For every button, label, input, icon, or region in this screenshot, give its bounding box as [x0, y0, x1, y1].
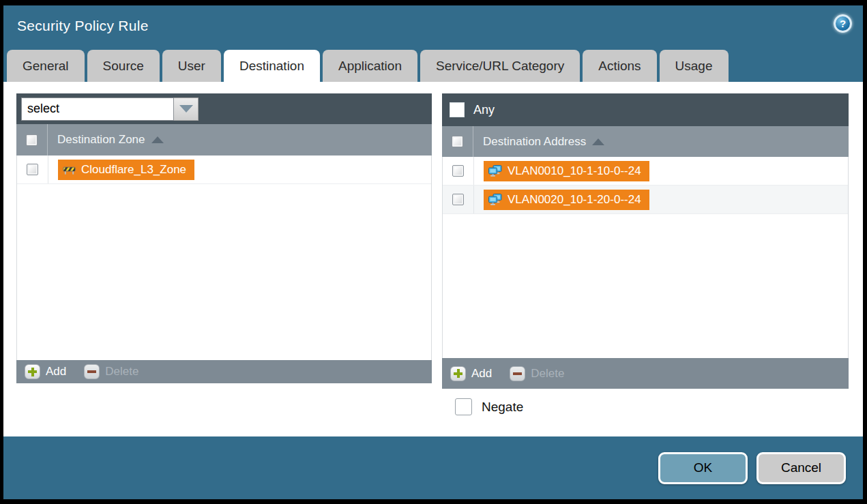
dialog-titlebar: Security Policy Rule ?	[3, 5, 863, 46]
chevron-down-icon	[179, 105, 193, 113]
tab-source[interactable]: Source	[87, 50, 160, 82]
zone-column-header: Destination Zone	[16, 124, 432, 155]
zone-filter-bar	[16, 93, 432, 124]
delete-icon	[510, 366, 525, 381]
destination-address-panel: Any Destination Address	[442, 93, 849, 389]
destination-zone-panel: Destination Zone	[16, 93, 432, 389]
cancel-button[interactable]: Cancel	[756, 452, 846, 484]
negate-label: Negate	[482, 400, 523, 415]
address-icon	[488, 165, 502, 177]
tab-application[interactable]: Application	[323, 50, 417, 82]
help-glyph: ?	[840, 18, 846, 29]
ok-button[interactable]: OK	[658, 452, 748, 484]
address-row-checkbox[interactable]	[452, 194, 464, 205]
zone-item-label: Cloudflare_L3_Zone	[81, 163, 186, 177]
add-address-button[interactable]: Add	[450, 366, 492, 381]
tab-general[interactable]: General	[7, 50, 85, 82]
address-column-title[interactable]: Destination Address	[483, 135, 586, 149]
destination-tab-content: Destination Zone	[3, 82, 863, 436]
address-item-label: VLAN0020_10-1-20-0--24	[508, 193, 641, 207]
security-policy-rule-dialog: Security Policy Rule ? General Source Us…	[3, 5, 863, 499]
table-row: Cloudflare_L3_Zone	[17, 155, 431, 184]
address-select-all-checkbox[interactable]	[452, 136, 463, 147]
zone-column-title[interactable]: Destination Zone	[57, 133, 145, 147]
tab-actions[interactable]: Actions	[583, 50, 656, 82]
address-list: VLAN0010_10-1-10-0--24	[442, 157, 849, 358]
zone-icon	[63, 164, 76, 175]
zone-row-checkbox[interactable]	[27, 164, 38, 175]
zone-list: Cloudflare_L3_Zone	[16, 155, 432, 360]
delete-icon	[84, 364, 100, 379]
add-icon	[25, 364, 40, 379]
delete-address-button[interactable]: Delete	[510, 366, 564, 381]
zone-select-all-checkbox[interactable]	[26, 134, 38, 146]
negate-row: Negate	[455, 398, 863, 415]
zone-footer-bar: Add Delete	[16, 360, 432, 383]
dialog-title: Security Policy Rule	[17, 18, 149, 34]
tab-usage[interactable]: Usage	[660, 50, 729, 82]
sort-ascending-icon[interactable]	[151, 136, 164, 143]
help-icon[interactable]: ?	[834, 14, 852, 33]
zone-item-cloudflare-l3-zone[interactable]: Cloudflare_L3_Zone	[58, 160, 194, 180]
table-row: VLAN0010_10-1-10-0--24	[443, 157, 848, 186]
any-checkbox[interactable]	[450, 102, 465, 117]
negate-checkbox[interactable]	[455, 398, 472, 415]
delete-zone-button[interactable]: Delete	[84, 364, 138, 379]
table-row: VLAN0020_10-1-20-0--24	[443, 186, 848, 214]
address-icon	[488, 194, 502, 205]
sort-ascending-icon[interactable]	[592, 138, 604, 145]
address-column-header: Destination Address	[442, 126, 849, 157]
zone-select-input[interactable]	[21, 98, 174, 121]
tab-user[interactable]: User	[162, 50, 221, 82]
any-bar: Any	[442, 93, 849, 126]
zone-select-combo	[21, 98, 199, 121]
address-item-vlan0010[interactable]: VLAN0010_10-1-10-0--24	[484, 161, 649, 181]
address-footer-bar: Add Delete	[442, 358, 849, 389]
any-label: Any	[473, 103, 495, 117]
tab-bar: General Source User Destination Applicat…	[3, 46, 863, 82]
tab-destination[interactable]: Destination	[224, 50, 320, 83]
add-icon	[450, 366, 466, 381]
dialog-button-band: OK Cancel	[3, 436, 863, 499]
add-zone-button[interactable]: Add	[25, 364, 66, 379]
zone-select-dropdown-button[interactable]	[174, 98, 199, 121]
address-item-label: VLAN0010_10-1-10-0--24	[508, 164, 641, 178]
address-item-vlan0020[interactable]: VLAN0020_10-1-20-0--24	[484, 190, 649, 210]
tab-service-url-category[interactable]: Service/URL Category	[420, 50, 580, 82]
address-row-checkbox[interactable]	[452, 165, 464, 177]
